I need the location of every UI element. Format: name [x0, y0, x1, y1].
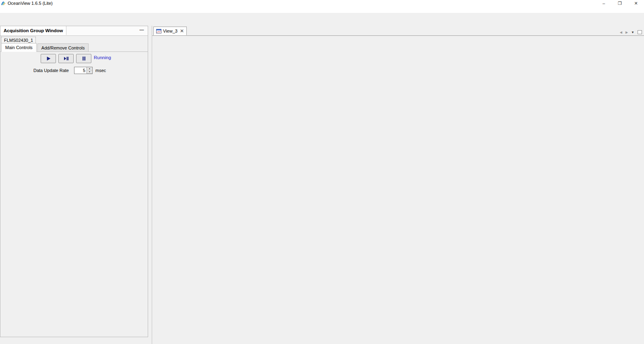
tab-scroll-right-icon[interactable]: ▶	[625, 31, 628, 34]
play-button[interactable]	[41, 54, 56, 63]
tab-main-controls[interactable]: Main Controls	[1, 43, 37, 52]
view-tab-bar: View_3 ✕ ◀ ▶ ▼	[152, 27, 644, 36]
spectrum-chart[interactable]	[152, 49, 644, 338]
control-tabs: Main Controls Add/Remove Controls	[0, 43, 148, 52]
tab-view-3[interactable]: View_3 ✕	[153, 27, 187, 35]
maximize-button[interactable]: ❐	[612, 0, 628, 6]
single-step-button[interactable]	[58, 54, 74, 63]
maximize-view-icon[interactable]	[638, 30, 642, 34]
view-tab-label: View_3	[163, 29, 178, 33]
panel-minimize-icon[interactable]: —	[139, 27, 144, 33]
main-toolbar	[0, 13, 644, 26]
view-panel: View_3 ✕ ◀ ▶ ▼	[152, 26, 644, 344]
chart-thumb-icon	[156, 29, 161, 33]
pause-icon	[81, 56, 87, 61]
tab-list-icon[interactable]: ▼	[631, 31, 634, 34]
acquisition-panel-title: Acquisition Group Window	[0, 26, 66, 35]
single-step-icon	[63, 56, 69, 61]
acquisition-group-window: Acquisition Group Window — FLMS02430_1 M…	[0, 26, 148, 337]
transport-controls: Running	[0, 54, 148, 64]
data-update-rate-row: Data Update Rate 5 ▲▼ msec	[0, 66, 148, 74]
acquisition-panel-header: Acquisition Group Window —	[0, 26, 148, 36]
window-title: OceanView 1.6.5 (Lite)	[8, 1, 53, 6]
close-button[interactable]: ✕	[628, 0, 644, 6]
menu-bar	[0, 6, 644, 13]
tab-scroll-left-icon[interactable]: ◀	[620, 31, 622, 34]
spinner-arrows-icon[interactable]: ▲▼	[87, 67, 92, 74]
tab-add-remove-controls[interactable]: Add/Remove Controls	[37, 43, 89, 51]
tab-nav: ◀ ▶ ▼	[620, 30, 642, 34]
window-titlebar: OceanView 1.6.5 (Lite) – ❐ ✕	[0, 0, 644, 6]
chart-toolbar	[152, 36, 644, 49]
minimize-button[interactable]: –	[596, 0, 612, 6]
data-update-rate-spinner[interactable]: 5 ▲▼	[74, 67, 93, 74]
data-update-rate-unit: msec	[95, 68, 106, 73]
app-logo-icon	[1, 1, 6, 6]
data-update-rate-value: 5	[74, 68, 87, 73]
close-tab-icon[interactable]: ✕	[180, 28, 184, 34]
pause-button[interactable]	[76, 54, 91, 63]
status-badge: Running	[94, 55, 111, 60]
data-update-rate-label: Data Update Rate	[33, 68, 69, 73]
play-icon	[47, 57, 50, 61]
